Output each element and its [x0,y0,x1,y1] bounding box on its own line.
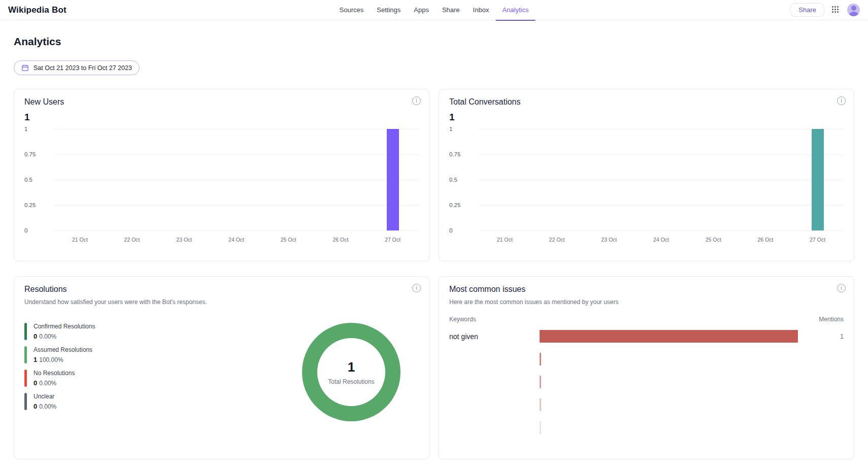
issue-bar-stub [540,398,541,411]
nav-item-settings[interactable]: Settings [370,0,407,21]
x-axis-tick-label: 24 Oct [635,237,687,243]
issue-row-empty [449,371,844,393]
chart-plot-area: 00.250.50.751 [479,129,844,230]
y-axis-tick-label: 1 [449,126,475,132]
legend-item-unclear: Unclear 00.00% [24,393,302,410]
legend-percent: 0.00% [39,403,56,410]
y-axis-tick-label: 0.25 [449,202,475,208]
card-title: Total Conversations [449,97,844,107]
legend-color-marker [24,393,27,410]
x-axis: 21 Oct22 Oct23 Oct24 Oct25 Oct26 Oct27 O… [479,237,844,243]
x-axis-tick-label: 22 Oct [531,237,583,243]
resolutions-body: Confirmed Resolutions 00.00% Assumed Res… [24,323,419,421]
issues-columns-header: Keywords Mentions [449,316,844,323]
legend-count: 1 [34,356,37,363]
donut-center-value: 1 [348,359,355,375]
page-title: Analytics [14,36,854,48]
analytics-page: Analytics Sat Oct 21 2023 to Fri Oct 27 … [0,36,868,459]
header-actions: Share [790,3,860,17]
info-icon[interactable] [837,284,846,292]
card-title: Resolutions [24,285,419,294]
legend-percent: 0.00% [39,380,56,387]
date-range-picker[interactable]: Sat Oct 21 2023 to Fri Oct 27 2023 [14,60,140,75]
gridline [54,230,419,231]
gridline [54,154,419,155]
issue-row-not-given: not given 1 [449,325,844,348]
y-axis-tick-label: 0.5 [24,177,50,183]
donut-chart-wrap: 1 Total Resolutions [302,323,400,421]
x-axis-tick-label: 24 Oct [210,237,262,243]
legend-count: 0 [34,379,37,387]
chart-plot-area: 00.250.50.751 [54,129,419,230]
issue-bar-stub [540,376,541,388]
mentions-column-header: Mentions [819,316,844,323]
issue-row-empty [449,348,844,371]
y-axis-tick-label: 0.75 [449,151,475,157]
x-axis-tick-label: 27 Oct [791,237,844,243]
legend-count: 0 [34,403,37,410]
legend-label: No Resolutions [34,370,75,377]
legend-value: 00.00% [34,403,56,410]
x-axis: 21 Oct22 Oct23 Oct24 Oct25 Oct26 Oct27 O… [54,237,419,243]
x-axis-tick-label: 25 Oct [687,237,740,243]
chart-bar-27-oct [387,129,399,230]
legend-color-marker [24,346,27,363]
issue-bar [540,330,798,343]
legend-value: 00.00% [34,379,75,387]
gridline [479,129,844,129]
legend-item-no-resolutions: No Resolutions 00.00% [24,370,302,387]
y-axis-tick-label: 1 [24,126,50,132]
issue-row-empty [449,393,844,416]
resolutions-card: Resolutions Understand how satisfied you… [14,276,429,459]
total-conversations-chart: 00.250.50.751 21 Oct22 Oct23 Oct24 Oct25… [449,129,844,243]
date-range-label: Sat Oct 21 2023 to Fri Oct 27 2023 [34,64,132,72]
legend-value: 1100.00% [34,356,92,363]
share-button[interactable]: Share [790,3,824,17]
issue-bar-track [540,353,798,365]
issue-mentions-value: 1 [798,332,844,340]
donut-center-label: Total Resolutions [328,378,374,385]
info-icon[interactable] [412,96,421,105]
info-icon[interactable] [837,96,846,105]
gridline [479,205,844,206]
x-axis-tick-label: 23 Oct [583,237,635,243]
issues-rows: not given 1 [449,325,844,439]
issue-bar-stub [540,421,541,434]
apps-grid-icon[interactable] [832,6,840,14]
nav-item-analytics[interactable]: Analytics [495,0,535,21]
card-title: Most common issues [449,285,844,294]
issue-bar-track [540,376,798,388]
legend-count: 0 [34,332,37,340]
gridline [479,154,844,155]
nav-item-share[interactable]: Share [436,0,466,21]
legend-value: 00.00% [34,332,95,340]
total-conversations-card: Total Conversations 1 00.250.50.751 21 O… [439,89,854,261]
main-nav: Sources Settings Apps Share Inbox Analyt… [333,0,536,20]
x-axis-tick-label: 26 Oct [740,237,792,243]
issue-bar-track [540,398,798,411]
nav-item-apps[interactable]: Apps [407,0,436,21]
resolutions-donut: 1 Total Resolutions [302,323,400,421]
legend-label: Unclear [34,393,56,400]
keywords-column-header: Keywords [449,316,476,323]
y-axis-tick-label: 0.75 [24,151,50,157]
cards-grid: New Users 1 00.250.50.751 21 Oct22 Oct23… [14,89,854,459]
y-axis-tick-label: 0 [24,227,50,234]
new-users-card: New Users 1 00.250.50.751 21 Oct22 Oct23… [14,89,429,261]
nav-item-sources[interactable]: Sources [333,0,371,21]
gridline [479,230,844,231]
gridline [479,180,844,180]
y-axis-tick-label: 0.5 [449,177,475,183]
user-avatar[interactable] [847,4,860,16]
x-axis-tick-label: 22 Oct [106,237,158,243]
legend-label: Confirmed Resolutions [34,323,95,330]
nav-item-inbox[interactable]: Inbox [466,0,496,21]
new-users-chart: 00.250.50.751 21 Oct22 Oct23 Oct24 Oct25… [24,129,419,243]
legend-percent: 0.00% [39,333,56,340]
info-icon[interactable] [412,284,421,292]
issue-row-empty [449,416,844,439]
issue-bar-stub [540,353,541,365]
gridline [54,129,419,129]
x-axis-tick-label: 23 Oct [158,237,210,243]
y-axis-tick-label: 0.25 [24,202,50,208]
